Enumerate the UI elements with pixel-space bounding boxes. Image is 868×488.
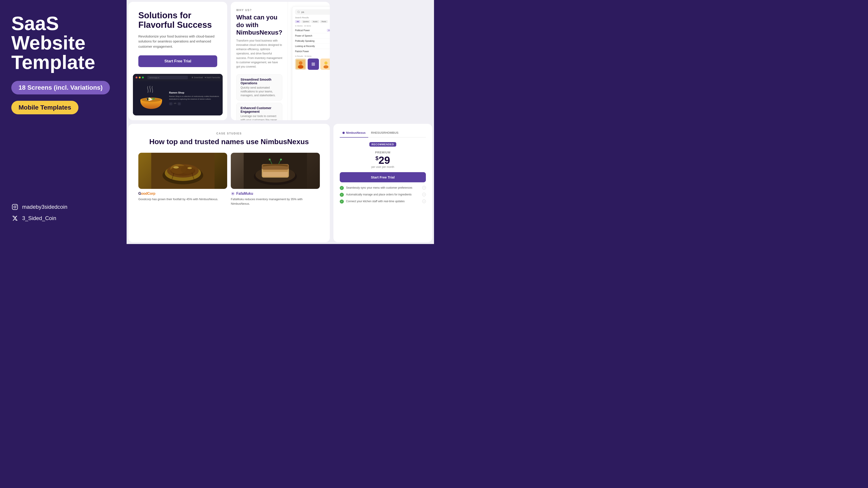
- social-instagram[interactable]: madeby3sidedcoin: [11, 203, 115, 210]
- feature-text-0: Seamlessly sync your menu with customer …: [346, 186, 412, 190]
- mockup-pagination: ‹ 2/5 ›: [169, 102, 219, 105]
- pricing-tabs: NimbusNexus RHESUSRHOMBUS: [340, 129, 426, 138]
- badge-screens: 18 Screens (incl. Variations): [11, 81, 110, 94]
- fafa-logo-icon: [231, 192, 235, 196]
- browser-dot-red: [135, 76, 137, 78]
- ramen-illustration: [136, 85, 166, 112]
- filter-audio[interactable]: Audio: [311, 20, 319, 23]
- feature-item-0: Streamlined Smooth Operations Quickly se…: [236, 74, 282, 101]
- page-indicator: 2/5: [174, 102, 176, 105]
- avatar-thumbnails: [295, 59, 330, 70]
- social-twitter[interactable]: 3_Sided_Coin: [11, 215, 115, 222]
- in-results-label: In Results · 54 items: [295, 55, 330, 57]
- svg-rect-11: [147, 98, 149, 100]
- feature-text-2: Connect your kitchen staff with real-tim…: [346, 199, 405, 203]
- left-panel: SaaS Website Template 18 Screens (incl. …: [0, 0, 127, 244]
- svg-point-12: [298, 11, 300, 13]
- mockup-shop-title: Ramen Shop: [169, 91, 219, 94]
- feature-desc-1: Leverage our tools to connect with your …: [241, 114, 278, 120]
- filter-quotes[interactable]: Quotes: [301, 20, 310, 23]
- nimbus-dot-icon: [342, 132, 345, 134]
- hero-desc: Revolutionize your food business with cl…: [138, 34, 217, 49]
- left-bottom: madeby3sidedcoin 3_Sided_Coin: [11, 203, 115, 230]
- svg-rect-21: [312, 64, 313, 66]
- info-icon-0[interactable]: i: [422, 186, 426, 190]
- why-grid: WHY US? What can you do with NimbusNexus…: [231, 2, 330, 120]
- hero-mockup: ramenapp.io ⬇ Download ♥ Mark Favourite: [133, 74, 223, 116]
- search-results-label: Search Results 76 results: [295, 17, 330, 19]
- svg-point-41: [174, 166, 179, 168]
- svg-rect-22: [313, 64, 315, 66]
- hero-cta-button[interactable]: Start Free Trial: [138, 55, 217, 67]
- result-rows: Political Power Prmo Power Open Store Po…: [295, 28, 330, 54]
- fafa-logo-text: FafaMuku: [236, 192, 253, 196]
- pricing-tab-nimbus[interactable]: NimbusNexus: [340, 129, 368, 138]
- in-stories-label: In Stories · 22 items: [295, 25, 330, 27]
- pricing-price: $29: [340, 155, 426, 165]
- browser-dot-green: [142, 76, 144, 78]
- svg-line-13: [299, 12, 300, 13]
- page-prev[interactable]: ‹: [169, 102, 173, 105]
- nimbus-tab-label: NimbusNexus: [342, 131, 366, 134]
- pricing-feature-1: ✓ Automatically manage and place orders …: [340, 193, 426, 197]
- hero-title: Solutions for Flavorful Success: [138, 11, 217, 30]
- pricing-cta-button[interactable]: Start Free Trial: [340, 172, 426, 182]
- check-icon-1: ✓: [340, 193, 344, 197]
- pricing-feature-0: ✓ Seamlessly sync your menu with custome…: [340, 186, 426, 190]
- browser-url: ramenapp.io: [147, 76, 188, 79]
- hero-card-content: Solutions for Flavorful Success Revoluti…: [128, 2, 227, 74]
- svg-point-10: [153, 98, 155, 99]
- svg-point-24: [324, 61, 328, 65]
- info-icon-1[interactable]: i: [422, 193, 426, 196]
- result-text-1: Power of Speech: [295, 35, 312, 37]
- download-label: ⬇ Download: [191, 76, 203, 78]
- feature-item-1: Enhanced Customer Engagement Leverage ou…: [236, 103, 282, 120]
- fafa-case-text: FafaMuku reduces inventory management by…: [231, 197, 320, 206]
- case-img-fafamuku: [231, 153, 320, 189]
- filter-reels[interactable]: Reels: [320, 20, 328, 23]
- info-icon-2[interactable]: i: [422, 199, 426, 203]
- main-title: SaaS Website Template: [11, 13, 115, 72]
- pricing-tab-rhesus[interactable]: RHESUSRHOMBUS: [368, 129, 401, 138]
- goodcorp-brand-row: GoodCorp: [138, 192, 227, 196]
- svg-point-42: [187, 167, 192, 169]
- feature-desc-0: Quickly send automated notifications to …: [241, 86, 278, 97]
- case-img-goodcorp: [138, 153, 227, 189]
- mockup-shop-desc: Ramen Shop is a collection of meticulous…: [169, 95, 219, 101]
- result-row-0: Political Power Prmo Power Open Store: [295, 28, 330, 33]
- why-right-section: pa Search Results 76 results All: [288, 2, 330, 120]
- svg-point-1: [14, 206, 16, 208]
- browser-chrome: ramenapp.io ⬇ Download ♥ Mark Favourite: [133, 74, 223, 81]
- twitter-label: 3_Sided_Coin: [22, 215, 56, 221]
- why-desc: Transform your food business with innova…: [236, 39, 282, 69]
- svg-rect-20: [313, 63, 315, 64]
- filter-all[interactable]: All: [295, 20, 301, 23]
- twitter-x-icon: [11, 215, 19, 222]
- pricing-card: NimbusNexus RHESUSRHOMBUS RECOMMENDED PR…: [333, 124, 432, 242]
- mockup-body: Ramen Shop Ramen Shop is a collection of…: [133, 81, 223, 116]
- goodcorp-logo: GoodCorp: [138, 192, 155, 196]
- recommended-badge: RECOMMENDED: [369, 142, 397, 147]
- filter-tags: All Quotes Audio Reels: [295, 20, 330, 23]
- svg-rect-0: [12, 204, 18, 209]
- case-images: GoodCorp Goodcorp has grown their footfa…: [138, 153, 320, 206]
- svg-point-17: [299, 61, 303, 65]
- recommended-wrapper: RECOMMENDED: [340, 142, 426, 149]
- result-row-1: Power of Speech Prmo Power: [295, 33, 330, 39]
- case-fafamuku: FafaMuku FafaMuku reduces inventory mana…: [231, 153, 320, 206]
- svg-point-50: [269, 159, 271, 160]
- instagram-label: madeby3sidedcoin: [22, 204, 67, 210]
- feature-text-1: Automatically manage and place orders fo…: [346, 193, 412, 197]
- mockup-search-bar: pa: [295, 9, 330, 15]
- case-studies-card: CASE STUDIES How top and trusted names u…: [128, 124, 330, 242]
- result-row-3: Looking at Recently Customer Plan: [295, 43, 330, 49]
- badge-mobile: Mobile Templates: [11, 101, 79, 114]
- page-next[interactable]: ›: [178, 102, 181, 105]
- rhesus-tab-label: RHESUSRHOMBUS: [371, 131, 398, 134]
- hero-card: Solutions for Flavorful Success Revoluti…: [128, 2, 227, 120]
- why-left-section: WHY US? What can you do with NimbusNexus…: [231, 2, 288, 120]
- result-row-4: Patrick Power: [295, 49, 330, 54]
- avatar-2: [320, 59, 330, 70]
- pricing-period: per user per month: [340, 165, 426, 168]
- case-title: How top and trusted names use NimbusNexu…: [138, 137, 320, 146]
